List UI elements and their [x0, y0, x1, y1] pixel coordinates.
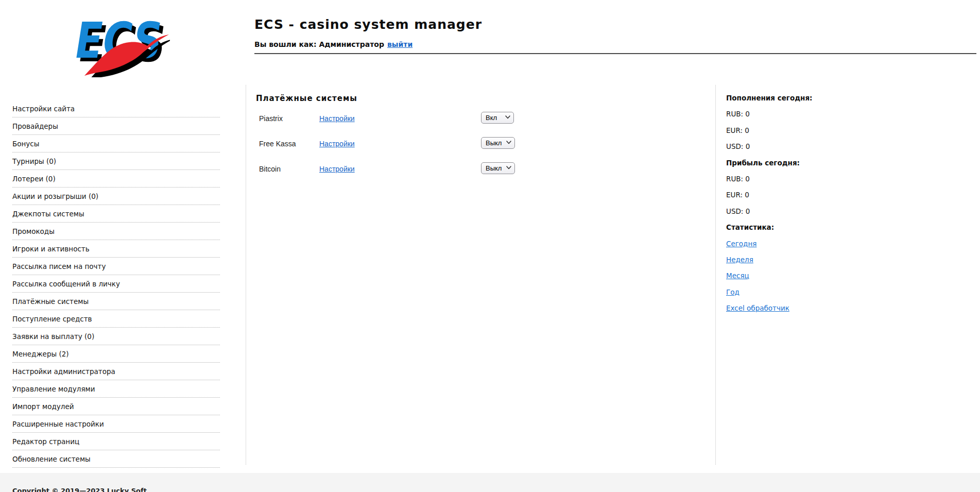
sidebar-item-label: Настройки администратора — [12, 367, 115, 376]
sidebar-item[interactable]: Менеджеры (2) — [12, 345, 220, 363]
sidebar-item-label: Редактор страниц — [12, 437, 79, 446]
sidebar-item[interactable]: Обновление системы — [12, 450, 220, 468]
stats-heading: Статистика: — [726, 223, 968, 239]
sidebar-item-label: Поступление средств — [12, 315, 92, 323]
sidebar-item[interactable]: Турниры (0) — [12, 152, 220, 170]
sidebar-item-label: Рассылка сообщений в личку — [12, 280, 120, 288]
sidebar-item[interactable]: Управление модулями — [12, 380, 220, 398]
sidebar-item[interactable]: Редактор страниц — [12, 433, 220, 450]
deposit-line: EUR: 0 — [726, 126, 968, 142]
payments-heading: Платёжные системы — [256, 94, 357, 103]
stats-link-line: Месяц — [726, 272, 968, 287]
payment-state-select[interactable]: Выкл — [481, 162, 515, 174]
sidebar-item-label: Рассылка писем на почту — [12, 262, 106, 270]
payment-state-select[interactable]: Выкл — [481, 137, 515, 149]
stats-link[interactable]: Неделя — [726, 256, 753, 264]
payment-name: Free Kassa — [259, 140, 296, 148]
sidebar-main-divider — [246, 85, 246, 465]
stats-link-line: Сегодня — [726, 240, 968, 256]
profit-line: RUB: 0 — [726, 175, 968, 191]
deposits-lines: RUB: 0 EUR: 0 USD: 0 — [726, 110, 968, 158]
sidebar-item[interactable]: Импорт модулей — [12, 398, 220, 415]
sidebar-item-label: Настройки сайта — [12, 105, 75, 113]
sidebar-item[interactable]: Джекпоты системы — [12, 205, 220, 223]
sidebar-item-label: Бонусы — [12, 140, 39, 148]
sidebar-item-label: Игроки и активность — [12, 245, 90, 253]
stats-link[interactable]: Год — [726, 288, 740, 296]
stats-link[interactable]: Сегодня — [726, 240, 757, 248]
ecs-logo[interactable]: ECS ECS — [72, 9, 170, 77]
sidebar-item-label: Заявки на выплату (0) — [12, 332, 94, 341]
sidebar-item-label: Акции и розыгрыши (0) — [12, 192, 98, 200]
sidebar-item-label: Платёжные системы — [12, 297, 89, 306]
page-title: ECS - casino system manager — [254, 17, 482, 32]
logout-link[interactable]: выйти — [387, 40, 412, 48]
footer: Copyright © 2019—2023 Lucky Soft — [0, 473, 980, 492]
payment-settings-link[interactable]: Настройки — [319, 165, 355, 173]
payment-state-select-wrap: Вкл — [481, 112, 514, 124]
payments-list: Piastrix Настройки Вкл Free Kassa Настро… — [259, 112, 578, 188]
stats-panel: Пополнения сегодня: RUB: 0 EUR: 0 USD: 0… — [726, 94, 968, 320]
sidebar-menu: Настройки сайта Провайдеры Бонусы Турнир… — [12, 100, 220, 468]
payment-settings-link[interactable]: Настройки — [319, 114, 355, 123]
sidebar-item[interactable]: Заявки на выплату (0) — [12, 328, 220, 345]
stats-link[interactable]: Excel обработчик — [726, 304, 789, 312]
payment-name: Bitcoin — [259, 165, 281, 173]
profit-line: EUR: 0 — [726, 191, 968, 207]
payment-row: Bitcoin Настройки Выкл — [259, 163, 578, 188]
payment-name: Piastrix — [259, 114, 283, 123]
sidebar-item-label: Обновление системы — [12, 455, 91, 463]
sidebar-item-label: Провайдеры — [12, 122, 58, 130]
payment-state-select-wrap: Выкл — [481, 137, 515, 149]
sidebar-item[interactable]: Платёжные системы — [12, 293, 220, 310]
sidebar-item-label: Расширенные настройки — [12, 420, 104, 428]
sidebar-item-label: Промокоды — [12, 227, 55, 235]
profit-line: USD: 0 — [726, 207, 968, 223]
stats-links: Сегодня Неделя Месяц Год Excel обработчи… — [726, 240, 968, 320]
sidebar-item-label: Джекпоты системы — [12, 210, 84, 218]
sidebar-item[interactable]: Промокоды — [12, 223, 220, 240]
payment-row: Free Kassa Настройки Выкл — [259, 138, 578, 163]
sidebar-item[interactable]: Рассылка писем на почту — [12, 258, 220, 275]
stats-link-line: Excel обработчик — [726, 304, 968, 320]
header-divider — [254, 53, 976, 54]
sidebar-item[interactable]: Поступление средств — [12, 310, 220, 328]
profit-lines: RUB: 0 EUR: 0 USD: 0 — [726, 175, 968, 223]
deposit-line: RUB: 0 — [726, 110, 968, 126]
profit-heading: Прибыль сегодня: — [726, 159, 968, 175]
sidebar-item[interactable]: Настройки сайта — [12, 100, 220, 117]
sidebar-item[interactable]: Провайдеры — [12, 117, 220, 135]
sidebar-item-label: Управление модулями — [12, 385, 95, 393]
sidebar-item[interactable]: Лотереи (0) — [12, 170, 220, 188]
sidebar-item[interactable]: Расширенные настройки — [12, 415, 220, 433]
sidebar-item-label: Менеджеры (2) — [12, 350, 69, 358]
payment-settings-link[interactable]: Настройки — [319, 140, 355, 148]
sidebar-item[interactable]: Настройки администратора — [12, 363, 220, 380]
payment-state-select[interactable]: Вкл — [481, 112, 514, 124]
stats-link-line: Неделя — [726, 256, 968, 272]
stats-link-line: Год — [726, 288, 968, 304]
sidebar-item[interactable]: Рассылка сообщений в личку — [12, 275, 220, 293]
deposits-heading: Пополнения сегодня: — [726, 94, 968, 110]
sidebar-item[interactable]: Акции и розыгрыши (0) — [12, 188, 220, 205]
deposit-line: USD: 0 — [726, 142, 968, 158]
copyright-text: Copyright © 2019—2023 Lucky Soft — [12, 487, 147, 492]
logged-in-label: Вы вошли как: Администратор — [254, 40, 384, 48]
sidebar-item[interactable]: Игроки и активность — [12, 240, 220, 258]
sidebar-item-label: Лотереи (0) — [12, 175, 56, 183]
login-status: Вы вошли как: Администраторвыйти — [254, 40, 412, 48]
payment-state-select-wrap: Выкл — [481, 162, 515, 174]
payment-row: Piastrix Настройки Вкл — [259, 112, 578, 138]
sidebar-item[interactable]: Бонусы — [12, 135, 220, 152]
stats-link[interactable]: Месяц — [726, 272, 749, 280]
main-stats-divider — [715, 85, 716, 465]
sidebar-item-label: Турниры (0) — [12, 157, 56, 165]
sidebar-item-label: Импорт модулей — [12, 402, 74, 411]
